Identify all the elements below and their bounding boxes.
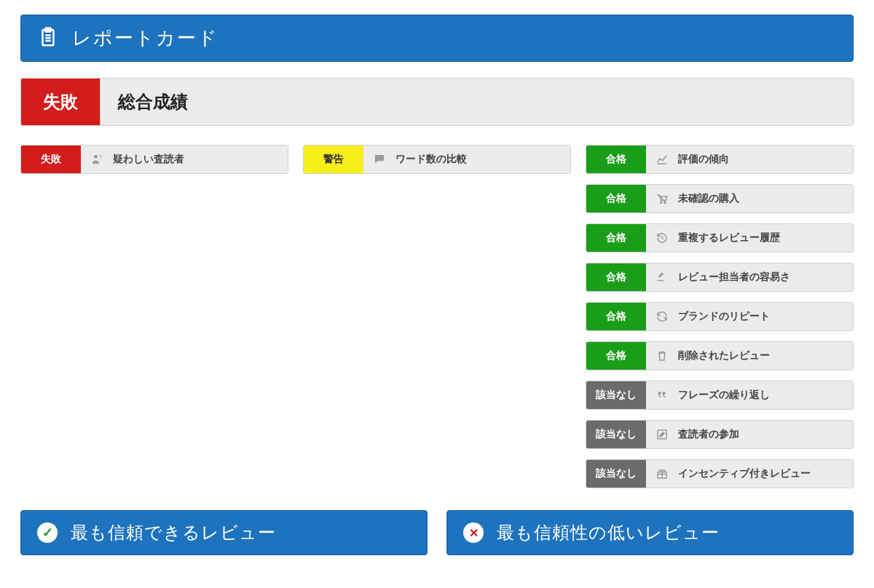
trash-icon <box>655 349 669 363</box>
check-label: ブランドのリピート <box>678 310 770 323</box>
check-label: 査読者の参加 <box>678 428 739 441</box>
fail-column: 失敗 ? 疑わしい査読者 <box>20 145 288 488</box>
warn-column: 警告 ワード数の比較 <box>303 145 571 488</box>
report-card-header: レポートカード <box>20 15 854 62</box>
check-brand-repeats[interactable]: 合格 ブランドのリピート <box>586 302 854 331</box>
most-trusted-button[interactable]: 最も信頼できるレビュー <box>20 510 428 555</box>
check-unverified-purchases[interactable]: 合格 未確認の購入 <box>586 184 854 213</box>
check-label: レビュー担当者の容易さ <box>678 271 790 284</box>
check-label: インセンティブ付きレビュー <box>678 467 811 480</box>
button-label: 最も信頼できるレビュー <box>71 521 276 544</box>
check-label: 未確認の購入 <box>678 192 739 205</box>
status-badge: 合格 <box>586 146 646 173</box>
check-rating-trend[interactable]: 合格 評価の傾向 <box>586 145 854 174</box>
check-label: ワード数の比較 <box>395 153 467 166</box>
svg-point-7 <box>661 202 662 203</box>
check-label: 評価の傾向 <box>678 153 729 166</box>
clipboard-icon <box>37 26 59 51</box>
status-badge: 該当なし <box>586 460 646 488</box>
status-badge: 合格 <box>586 224 646 252</box>
status-badge: 警告 <box>304 146 363 173</box>
status-badge: 合格 <box>586 342 646 370</box>
check-incentivized-reviews[interactable]: 該当なし インセンティブ付きレビュー <box>586 459 854 488</box>
check-reviewer-ease[interactable]: 合格 レビュー担当者の容易さ <box>586 263 854 292</box>
check-body: 査読者の参加 <box>646 421 853 448</box>
check-deleted-reviews[interactable]: 合格 削除されたレビュー <box>586 341 854 370</box>
check-body: フレーズの繰り返し <box>646 381 853 409</box>
check-circle-icon <box>37 523 58 543</box>
person-question-icon: ? <box>90 152 104 167</box>
svg-point-5 <box>94 155 98 159</box>
check-body: ワード数の比較 <box>363 146 570 173</box>
overall-badge: 失敗 <box>21 79 101 125</box>
status-badge: 合格 <box>586 303 646 330</box>
check-reviewer-participation[interactable]: 該当なし 査読者の参加 <box>586 420 854 449</box>
edit-icon <box>655 427 669 442</box>
comment-icon <box>372 152 387 167</box>
status-badge: 該当なし <box>586 421 646 448</box>
svg-text:?: ? <box>99 154 102 159</box>
quote-icon <box>655 388 669 402</box>
check-body: ブランドのリピート <box>646 303 853 330</box>
least-trusted-button[interactable]: 最も信頼性の低いレビュー <box>446 510 854 555</box>
check-label: 疑わしい査読者 <box>113 153 184 166</box>
check-body: 削除されたレビュー <box>646 342 853 370</box>
status-badge: 合格 <box>586 263 646 291</box>
status-badge: 失敗 <box>21 146 81 173</box>
check-body: レビュー担当者の容易さ <box>646 263 853 291</box>
status-badge: 該当なし <box>586 381 646 409</box>
check-suspicious-reviewers[interactable]: 失敗 ? 疑わしい査読者 <box>20 145 288 174</box>
check-review-history[interactable]: 合格 重複するレビュー履歴 <box>586 223 854 253</box>
chart-line-icon <box>655 152 669 167</box>
gavel-icon <box>655 270 669 285</box>
x-circle-icon <box>463 523 484 543</box>
check-label: 削除されたレビュー <box>678 349 770 362</box>
history-icon <box>655 231 669 245</box>
check-label: 重複するレビュー履歴 <box>678 231 780 245</box>
pass-na-column: 合格 評価の傾向 合格 未確認の購入 合格 <box>586 145 854 488</box>
status-badge: 合格 <box>586 185 646 212</box>
svg-rect-10 <box>658 272 664 277</box>
check-word-count[interactable]: 警告 ワード数の比較 <box>303 145 571 174</box>
check-body: 未確認の購入 <box>646 185 853 212</box>
svg-rect-11 <box>657 280 664 282</box>
check-body: 重複するレビュー履歴 <box>646 224 853 252</box>
check-label: フレーズの繰り返し <box>678 389 770 402</box>
check-body: ? 疑わしい査読者 <box>81 146 288 173</box>
svg-line-9 <box>658 194 666 203</box>
gift-icon <box>655 466 669 481</box>
overall-grade-row: 失敗 総合成績 <box>20 78 854 126</box>
check-body: インセンティブ付きレビュー <box>646 460 853 488</box>
button-label: 最も信頼性の低いレビュー <box>497 521 720 544</box>
cart-off-icon <box>655 191 669 206</box>
page-title: レポートカード <box>72 25 219 51</box>
check-body: 評価の傾向 <box>646 146 853 173</box>
checks-columns: 失敗 ? 疑わしい査読者 警告 ワード数の比較 合格 <box>20 145 854 488</box>
refresh-icon <box>655 309 669 324</box>
overall-label: 総合成績 <box>101 79 853 125</box>
svg-rect-1 <box>45 28 51 31</box>
check-phrase-repetition[interactable]: 該当なし フレーズの繰り返し <box>586 381 854 410</box>
bottom-buttons-row: 最も信頼できるレビュー 最も信頼性の低いレビュー <box>20 510 854 555</box>
